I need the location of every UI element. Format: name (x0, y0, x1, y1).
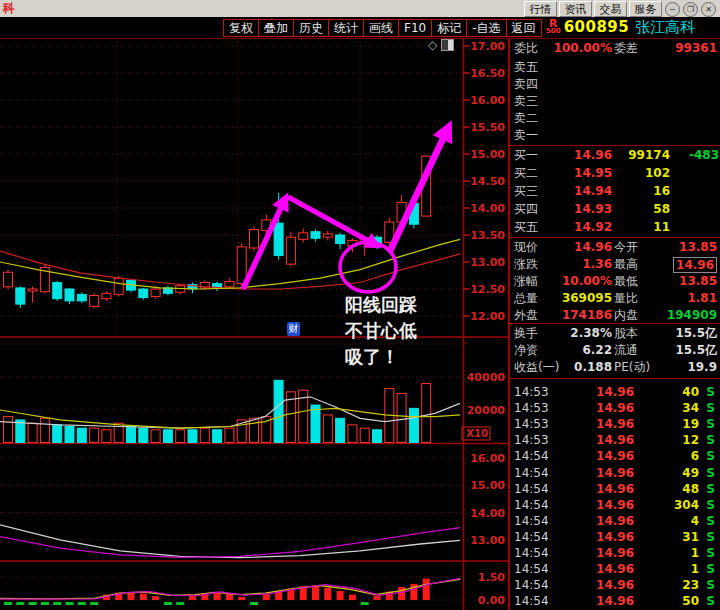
bid-price: 14.93 (574, 201, 612, 218)
tick-volume: 19 (682, 416, 699, 433)
svg-text:20000: 20000 (467, 404, 506, 417)
ask-row-3[interactable]: 卖三 (510, 93, 720, 110)
toolbar-button-overlay[interactable]: 叠加 (258, 19, 294, 37)
tick-row[interactable]: 14:5414.9648S (510, 481, 720, 498)
panel-divider (510, 145, 720, 146)
tick-time: 14:53 (514, 384, 549, 401)
toolbar-button-back[interactable]: 返回 (506, 19, 542, 37)
svg-text:15.50: 15.50 (470, 121, 505, 134)
weibi-label: 委比 (514, 40, 538, 57)
svg-text:14.00: 14.00 (470, 202, 505, 215)
ask-label: 卖一 (514, 127, 538, 144)
tick-volume: 31 (682, 529, 699, 546)
svg-text:0.00: 0.00 (478, 594, 505, 607)
ask-row-2[interactable]: 卖二 (510, 110, 720, 127)
tick-row[interactable]: 14:5314.9634S (510, 400, 720, 417)
tick-time: 14:54 (514, 497, 549, 514)
tick-volume: 1 (691, 561, 699, 578)
tick-side: S (706, 465, 715, 482)
stat-row: 净资6.22流通15.5亿 (510, 342, 720, 359)
menu-quotes[interactable]: 行情 (524, 1, 557, 17)
ask-row-5[interactable]: 卖五 (510, 59, 720, 76)
tick-row[interactable]: 14:5314.9619S (510, 416, 720, 433)
tick-row[interactable]: 14:5414.966S (510, 448, 720, 465)
stat-value: 13.85 (679, 239, 717, 256)
window-title: 科 (3, 1, 15, 16)
toolbar-button-restore-rights[interactable]: 复权 (223, 19, 259, 37)
diamond-tool-icon[interactable]: ◇ (428, 39, 437, 51)
bid-row-3[interactable]: 买三14.9416 (510, 183, 720, 200)
tick-side: S (706, 529, 715, 546)
macd-panel (0, 578, 460, 605)
bid-row-2[interactable]: 买二14.95102 (510, 165, 720, 182)
minimize-button[interactable]: ─ (665, 2, 680, 17)
weicha-value: 99361 (675, 40, 717, 57)
window-buttons: ─❐✕ (662, 2, 716, 17)
tick-volume: 40 (682, 384, 699, 401)
toolbar-button-history[interactable]: 历史 (293, 19, 329, 37)
svg-text:14.00: 14.00 (470, 507, 505, 520)
tick-side: S (706, 561, 715, 578)
bid-volume: 11 (653, 219, 670, 236)
bid-row-1[interactable]: 买一14.9699174-483 (510, 147, 720, 164)
bid-row-4[interactable]: 买四14.9358 (510, 201, 720, 218)
split-view-icon[interactable] (441, 39, 454, 51)
menu-service[interactable]: 服务 (629, 1, 662, 17)
toolbar-button-draw-line[interactable]: 画线 (363, 19, 399, 37)
toolbar-button-f10[interactable]: F10 (398, 19, 432, 37)
tick-time: 14:54 (514, 561, 549, 578)
annotation-line: 阳线回踩 (345, 292, 417, 318)
stat-label: 净资 (514, 342, 538, 359)
tick-volume: 304 (674, 497, 699, 514)
close-button[interactable]: ✕ (701, 2, 716, 17)
tick-side: S (706, 416, 715, 433)
tick-row[interactable]: 14:5414.9631S (510, 529, 720, 546)
tick-price: 14.96 (596, 432, 634, 449)
stat-value: 14.96 (574, 239, 612, 256)
finance-report-badge[interactable]: 财 (287, 322, 300, 336)
tick-row[interactable]: 14:5414.96304S (510, 497, 720, 514)
stat-label: 总量 (514, 290, 538, 307)
tick-row[interactable]: 14:5414.961S (510, 561, 720, 578)
bid-label: 买五 (514, 219, 538, 236)
tick-volume: 12 (682, 432, 699, 449)
ask-label: 卖五 (514, 59, 538, 76)
tick-price: 14.96 (596, 416, 634, 433)
bid-price: 14.92 (574, 219, 612, 236)
tick-row[interactable]: 14:5414.9623S (510, 577, 720, 594)
stat-row: 涨幅10.00%最低13.85 (510, 273, 720, 290)
tick-volume: 50 (682, 593, 699, 610)
stat-value: 194909 (667, 307, 717, 324)
stat-value: 174186 (562, 307, 612, 324)
tick-row[interactable]: 14:5414.964S (510, 513, 720, 530)
menu-news[interactable]: 资讯 (559, 1, 592, 17)
bid-label: 买三 (514, 183, 538, 200)
svg-text:1.50: 1.50 (478, 571, 505, 584)
tick-volume: 1 (691, 545, 699, 562)
tick-time: 14:54 (514, 593, 549, 610)
toolbar-button-mark[interactable]: 标记 (431, 19, 467, 37)
svg-text:12.00: 12.00 (470, 310, 505, 323)
tick-row[interactable]: 14:5414.961S (510, 545, 720, 562)
ask-row-4[interactable]: 卖四 (510, 76, 720, 93)
stat-label: 涨跌 (514, 256, 538, 273)
toolbar-button-watchlist[interactable]: -自选 (466, 19, 506, 37)
ask-row-1[interactable]: 卖一 (510, 127, 720, 144)
restore-button[interactable]: ❐ (683, 2, 698, 17)
tick-row[interactable]: 14:5314.9640S (510, 384, 720, 401)
svg-text:13.00: 13.00 (470, 256, 505, 269)
bid-row-5[interactable]: 买五14.9211 (510, 219, 720, 236)
menu-trade[interactable]: 交易 (594, 1, 627, 17)
stat-value: 0.188 (574, 359, 612, 376)
bid-delta: -483 (689, 147, 719, 164)
tick-row[interactable]: 14:5314.9612S (510, 432, 720, 449)
bid-label: 买二 (514, 165, 538, 182)
tick-price: 14.96 (596, 465, 634, 482)
tick-row[interactable]: 14:5414.9649S (510, 465, 720, 482)
chart-annotation-text: 阳线回踩 不甘心低 吸了！ (345, 292, 417, 370)
annotation-line: 吸了！ (345, 344, 417, 370)
tick-row[interactable]: 14:5414.9650S (510, 593, 720, 610)
panel-divider (510, 378, 720, 379)
toolbar-button-statistics[interactable]: 统计 (328, 19, 364, 37)
tick-time: 14:54 (514, 448, 549, 465)
